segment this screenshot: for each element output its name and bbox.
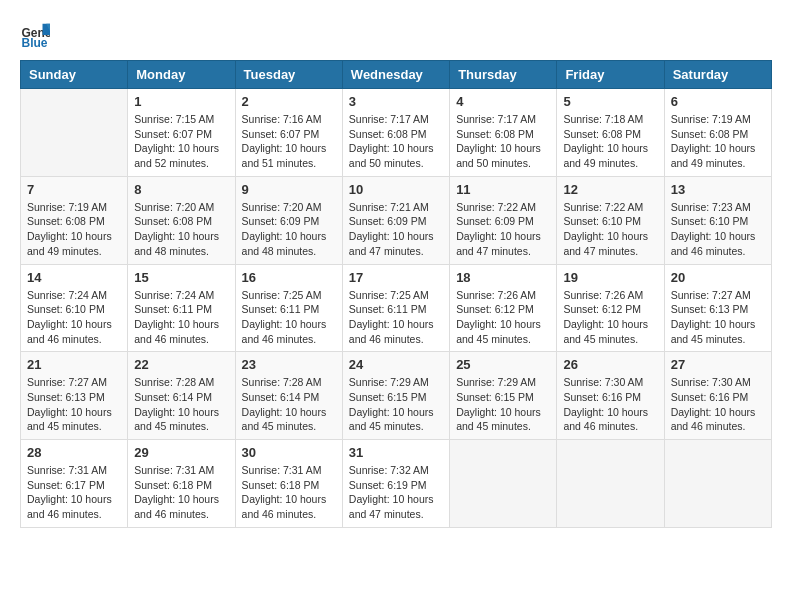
daylight-text: Daylight: 10 hours and 47 minutes. [349, 229, 443, 258]
day-info: Sunrise: 7:32 AM Sunset: 6:19 PM Dayligh… [349, 463, 443, 522]
day-number: 17 [349, 270, 443, 285]
calendar: SundayMondayTuesdayWednesdayThursdayFrid… [20, 60, 772, 528]
day-number: 16 [242, 270, 336, 285]
sunrise-text: Sunrise: 7:18 AM [563, 112, 657, 127]
sunset-text: Sunset: 6:12 PM [563, 302, 657, 317]
day-info: Sunrise: 7:15 AM Sunset: 6:07 PM Dayligh… [134, 112, 228, 171]
sunrise-text: Sunrise: 7:30 AM [563, 375, 657, 390]
sunrise-text: Sunrise: 7:24 AM [134, 288, 228, 303]
sunrise-text: Sunrise: 7:31 AM [27, 463, 121, 478]
daylight-text: Daylight: 10 hours and 48 minutes. [242, 229, 336, 258]
day-info: Sunrise: 7:16 AM Sunset: 6:07 PM Dayligh… [242, 112, 336, 171]
calendar-cell: 7 Sunrise: 7:19 AM Sunset: 6:08 PM Dayli… [21, 176, 128, 264]
sunrise-text: Sunrise: 7:19 AM [671, 112, 765, 127]
sunrise-text: Sunrise: 7:17 AM [349, 112, 443, 127]
sunrise-text: Sunrise: 7:32 AM [349, 463, 443, 478]
day-info: Sunrise: 7:22 AM Sunset: 6:09 PM Dayligh… [456, 200, 550, 259]
daylight-text: Daylight: 10 hours and 46 minutes. [242, 492, 336, 521]
calendar-cell: 26 Sunrise: 7:30 AM Sunset: 6:16 PM Dayl… [557, 352, 664, 440]
day-number: 25 [456, 357, 550, 372]
day-info: Sunrise: 7:17 AM Sunset: 6:08 PM Dayligh… [349, 112, 443, 171]
sunrise-text: Sunrise: 7:24 AM [27, 288, 121, 303]
day-info: Sunrise: 7:20 AM Sunset: 6:09 PM Dayligh… [242, 200, 336, 259]
sunset-text: Sunset: 6:13 PM [671, 302, 765, 317]
sunrise-text: Sunrise: 7:22 AM [563, 200, 657, 215]
sunset-text: Sunset: 6:15 PM [456, 390, 550, 405]
sunrise-text: Sunrise: 7:30 AM [671, 375, 765, 390]
daylight-text: Daylight: 10 hours and 47 minutes. [456, 229, 550, 258]
calendar-cell [21, 89, 128, 177]
day-info: Sunrise: 7:18 AM Sunset: 6:08 PM Dayligh… [563, 112, 657, 171]
sunset-text: Sunset: 6:19 PM [349, 478, 443, 493]
logo: General Blue [20, 20, 54, 50]
day-info: Sunrise: 7:20 AM Sunset: 6:08 PM Dayligh… [134, 200, 228, 259]
day-info: Sunrise: 7:25 AM Sunset: 6:11 PM Dayligh… [349, 288, 443, 347]
sunrise-text: Sunrise: 7:27 AM [671, 288, 765, 303]
calendar-cell: 18 Sunrise: 7:26 AM Sunset: 6:12 PM Dayl… [450, 264, 557, 352]
calendar-cell: 10 Sunrise: 7:21 AM Sunset: 6:09 PM Dayl… [342, 176, 449, 264]
daylight-text: Daylight: 10 hours and 45 minutes. [242, 405, 336, 434]
week-row-5: 28 Sunrise: 7:31 AM Sunset: 6:17 PM Dayl… [21, 440, 772, 528]
day-number: 27 [671, 357, 765, 372]
calendar-cell: 14 Sunrise: 7:24 AM Sunset: 6:10 PM Dayl… [21, 264, 128, 352]
sunset-text: Sunset: 6:15 PM [349, 390, 443, 405]
day-info: Sunrise: 7:19 AM Sunset: 6:08 PM Dayligh… [27, 200, 121, 259]
calendar-cell: 13 Sunrise: 7:23 AM Sunset: 6:10 PM Dayl… [664, 176, 771, 264]
day-number: 8 [134, 182, 228, 197]
day-info: Sunrise: 7:24 AM Sunset: 6:11 PM Dayligh… [134, 288, 228, 347]
day-number: 3 [349, 94, 443, 109]
day-number: 31 [349, 445, 443, 460]
sunset-text: Sunset: 6:14 PM [242, 390, 336, 405]
day-info: Sunrise: 7:25 AM Sunset: 6:11 PM Dayligh… [242, 288, 336, 347]
weekday-header-monday: Monday [128, 61, 235, 89]
day-info: Sunrise: 7:29 AM Sunset: 6:15 PM Dayligh… [456, 375, 550, 434]
sunset-text: Sunset: 6:07 PM [242, 127, 336, 142]
calendar-cell: 1 Sunrise: 7:15 AM Sunset: 6:07 PM Dayli… [128, 89, 235, 177]
day-number: 22 [134, 357, 228, 372]
sunrise-text: Sunrise: 7:26 AM [563, 288, 657, 303]
day-info: Sunrise: 7:21 AM Sunset: 6:09 PM Dayligh… [349, 200, 443, 259]
daylight-text: Daylight: 10 hours and 50 minutes. [456, 141, 550, 170]
day-info: Sunrise: 7:27 AM Sunset: 6:13 PM Dayligh… [671, 288, 765, 347]
sunset-text: Sunset: 6:08 PM [27, 214, 121, 229]
calendar-cell: 31 Sunrise: 7:32 AM Sunset: 6:19 PM Dayl… [342, 440, 449, 528]
sunrise-text: Sunrise: 7:23 AM [671, 200, 765, 215]
day-number: 14 [27, 270, 121, 285]
calendar-cell: 21 Sunrise: 7:27 AM Sunset: 6:13 PM Dayl… [21, 352, 128, 440]
daylight-text: Daylight: 10 hours and 51 minutes. [242, 141, 336, 170]
calendar-cell: 4 Sunrise: 7:17 AM Sunset: 6:08 PM Dayli… [450, 89, 557, 177]
day-number: 18 [456, 270, 550, 285]
sunset-text: Sunset: 6:08 PM [671, 127, 765, 142]
calendar-cell: 23 Sunrise: 7:28 AM Sunset: 6:14 PM Dayl… [235, 352, 342, 440]
calendar-cell: 27 Sunrise: 7:30 AM Sunset: 6:16 PM Dayl… [664, 352, 771, 440]
sunset-text: Sunset: 6:09 PM [242, 214, 336, 229]
daylight-text: Daylight: 10 hours and 45 minutes. [456, 317, 550, 346]
daylight-text: Daylight: 10 hours and 50 minutes. [349, 141, 443, 170]
weekday-header-saturday: Saturday [664, 61, 771, 89]
day-number: 5 [563, 94, 657, 109]
day-number: 23 [242, 357, 336, 372]
sunrise-text: Sunrise: 7:20 AM [242, 200, 336, 215]
daylight-text: Daylight: 10 hours and 46 minutes. [27, 317, 121, 346]
day-number: 2 [242, 94, 336, 109]
sunrise-text: Sunrise: 7:31 AM [134, 463, 228, 478]
sunset-text: Sunset: 6:10 PM [563, 214, 657, 229]
daylight-text: Daylight: 10 hours and 49 minutes. [671, 141, 765, 170]
sunset-text: Sunset: 6:16 PM [563, 390, 657, 405]
daylight-text: Daylight: 10 hours and 46 minutes. [671, 405, 765, 434]
sunset-text: Sunset: 6:11 PM [242, 302, 336, 317]
daylight-text: Daylight: 10 hours and 46 minutes. [349, 317, 443, 346]
daylight-text: Daylight: 10 hours and 48 minutes. [134, 229, 228, 258]
daylight-text: Daylight: 10 hours and 45 minutes. [134, 405, 228, 434]
day-info: Sunrise: 7:22 AM Sunset: 6:10 PM Dayligh… [563, 200, 657, 259]
day-number: 1 [134, 94, 228, 109]
calendar-cell: 11 Sunrise: 7:22 AM Sunset: 6:09 PM Dayl… [450, 176, 557, 264]
calendar-cell: 17 Sunrise: 7:25 AM Sunset: 6:11 PM Dayl… [342, 264, 449, 352]
daylight-text: Daylight: 10 hours and 52 minutes. [134, 141, 228, 170]
daylight-text: Daylight: 10 hours and 46 minutes. [134, 492, 228, 521]
calendar-cell: 5 Sunrise: 7:18 AM Sunset: 6:08 PM Dayli… [557, 89, 664, 177]
sunrise-text: Sunrise: 7:20 AM [134, 200, 228, 215]
weekday-header-sunday: Sunday [21, 61, 128, 89]
daylight-text: Daylight: 10 hours and 45 minutes. [27, 405, 121, 434]
logo-icon: General Blue [20, 20, 50, 50]
